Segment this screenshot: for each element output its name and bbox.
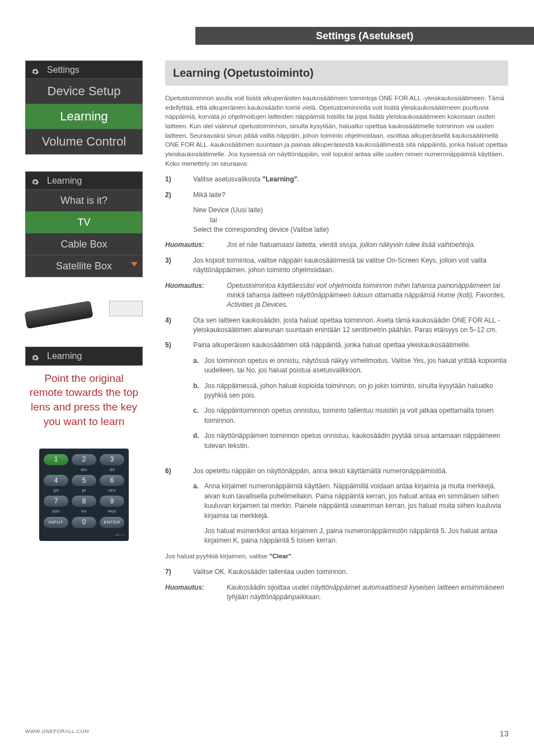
option-line: New Device (Uusi laite) [193, 206, 508, 215]
step-text: Jos kopioit toimintoa, valitse näppäin k… [193, 256, 508, 276]
keypad-key-8[interactable]: 8 [72, 496, 96, 507]
clear-post: . [292, 553, 293, 559]
sub-letter: b. [193, 381, 204, 401]
gear-icon [31, 352, 39, 360]
keypad-key-7[interactable]: 7 [44, 496, 68, 507]
step-6a-example: Jos haluat esimerkiksi antaa kirjaimen J… [193, 526, 508, 546]
footer-url: WWW.ONEFORALL.COM [25, 728, 89, 739]
clear-pre: Jos haluat pyyhkiä kirjaimen, valitse [165, 553, 269, 559]
note-3: Huomautus: Kaukosäädin sijoittaa uudet n… [165, 583, 508, 603]
step-number: 6) [165, 466, 193, 476]
keypad-key-4[interactable]: 4 [44, 475, 68, 486]
note-text: Kaukosäädin sijoittaa uudet näyttönäppäi… [227, 583, 508, 603]
sub-text: Jos näppäintoiminnon opetus onnistuu, to… [204, 406, 508, 426]
step-1: 1) Valitse asetusvalikosta "Learning". [165, 175, 508, 184]
step-text: . [297, 175, 299, 183]
menu-item-cable-box[interactable]: Cable Box [26, 233, 142, 255]
sub-letter: a. [193, 482, 204, 521]
step-6: 6) Jos opetettu näppäin on näyttönäppäin… [165, 466, 508, 476]
menu-item-tv[interactable]: TV [26, 211, 142, 233]
keypad-sub: tuv [72, 508, 96, 514]
step-text: Valitse OK. Kaukosäädin tallentaa uuden … [193, 567, 508, 577]
menu-item-satellite-box[interactable]: Satellite Box [26, 255, 142, 277]
left-column: Settings Device Setup Learning Volume Co… [25, 60, 143, 541]
instruction-text: Point the original remote towards the to… [25, 366, 143, 429]
page-header-tab: Settings (Asetukset) [195, 27, 534, 45]
keypad-key-1[interactable]: 1 [44, 454, 68, 465]
menu-item-what-is-it[interactable]: What is it? [26, 189, 142, 211]
step-6a: a. Anna kirjaimet numeronäppäimiä käyttä… [193, 482, 508, 521]
step-number: 7) [165, 567, 193, 577]
sub-text: Jos haluat esimerkiksi antaa kirjaimen J… [204, 526, 508, 546]
clear-bold: "Clear" [269, 553, 292, 559]
keypad-sub: pqrs [44, 508, 68, 514]
note-label: Huomautus [165, 584, 202, 591]
keypad-key-2[interactable]: 2 [72, 454, 96, 465]
sub-letter: d. [193, 431, 204, 451]
menu-item-volume-control[interactable]: Volume Control [26, 129, 142, 154]
sub-text: Anna kirjaimet numeronäppäimiä käyttäen.… [204, 482, 508, 521]
keypad-sub: jkl [72, 488, 96, 493]
note-label: Huomautus [165, 241, 202, 249]
main-content: Learning (Opetustoiminto) Opetustoiminno… [165, 60, 508, 608]
keypad-key-3[interactable]: 3 [100, 454, 124, 465]
step-text: Ota sen laitteen kaukosäädin, josta halu… [193, 316, 508, 335]
step-5d: d. Jos näyttönäppäimen toiminnon opetus … [193, 431, 508, 451]
step-number: 4) [165, 316, 193, 335]
step-number: 1) [165, 175, 193, 184]
note-text: Jos et näe haluamaasi laitetta, vieritä … [227, 240, 508, 250]
sub-text: Jos näyttönäppäimen toiminnon opetus onn… [204, 431, 508, 451]
receiver-icon [109, 301, 143, 316]
mini-header-label: Learning [47, 174, 82, 187]
sub-text: Jos toiminnon opetus ei onnistu, näytöss… [204, 356, 508, 376]
step-bold: "Learning" [263, 175, 297, 183]
step-5: 5) Paina alkuperäisen kaukosäätimen sitä… [165, 340, 508, 350]
step-text: Jos opetettu näppäin on näyttönäppäin, a… [193, 466, 508, 476]
mini-screen-instruction: Learning Point the original remote towar… [25, 347, 143, 428]
clear-line: Jos haluat pyyhkiä kirjaimen, valitse "C… [165, 552, 508, 561]
step-text: Mikä laite? [193, 190, 508, 200]
mini-header-label: Learning [47, 349, 82, 362]
keypad-key-6[interactable]: 6 [100, 475, 124, 486]
keypad-sub: def [100, 467, 124, 473]
keypad-sub: mno [100, 488, 124, 493]
keypad-sub: ghi [44, 488, 68, 493]
chevron-down-icon [131, 262, 138, 267]
page-footer: WWW.ONEFORALL.COM 13 [25, 728, 509, 739]
mini-header-settings: Settings [26, 61, 142, 78]
step-number: 5) [165, 340, 193, 350]
remote-diagram [25, 294, 143, 330]
keypad-key-0[interactable]: 0 [72, 517, 96, 528]
step-2: 2) Mikä laite? [165, 190, 508, 200]
gear-icon [31, 176, 39, 184]
keypad-key-5[interactable]: 5 [72, 475, 96, 486]
menu-item-label: Satellite Box [56, 260, 112, 272]
keypad: 1 2 3 abc def 4 5 6 ghi jkl mno 7 8 9 pq… [39, 449, 129, 541]
step-4: 4) Ota sen laitteen kaukosäädin, josta h… [165, 316, 508, 335]
keypad-sub: abc [72, 467, 96, 473]
keypad-sub [44, 467, 68, 473]
keypad-sub: wxyz [100, 508, 124, 514]
note-1: Huomautus: Jos et näe haluamaasi laitett… [165, 240, 508, 250]
sub-text: Jos näppäimessä, johon haluat kopioida t… [204, 381, 508, 401]
keypad-key-input[interactable]: INPUT [44, 517, 68, 528]
step-5c: c. Jos näppäintoiminnon opetus onnistuu,… [193, 406, 508, 426]
mini-screen-settings: Settings Device Setup Learning Volume Co… [25, 60, 143, 155]
step-text: Paina alkuperäisen kaukosäätimen sitä nä… [193, 340, 508, 350]
keypad-key-enter[interactable]: ENTER [100, 517, 124, 528]
mini-screen-learning-devices: Learning What is it? TV Cable Box Satell… [25, 171, 143, 278]
mini-header-learning-instr: Learning [26, 347, 142, 365]
keypad-key-9[interactable]: 9 [100, 496, 124, 507]
sub-letter: a. [193, 356, 204, 376]
mini-header-label: Settings [47, 63, 79, 76]
menu-item-learning[interactable]: Learning [26, 104, 142, 129]
page-number: 13 [499, 728, 509, 739]
note-label: Huomautus [165, 282, 202, 290]
step-5a: a. Jos toiminnon opetus ei onnistu, näyt… [193, 356, 508, 376]
step-7: 7) Valitse OK. Kaukosäädin tallentaa uud… [165, 567, 508, 577]
mini-header-learning: Learning [26, 172, 142, 189]
menu-item-device-setup[interactable]: Device Setup [26, 78, 142, 104]
step-text: Valitse asetusvalikosta [193, 175, 263, 183]
option-line: Select the corresponding device (Valitse… [193, 225, 508, 235]
gear-icon [31, 66, 39, 74]
